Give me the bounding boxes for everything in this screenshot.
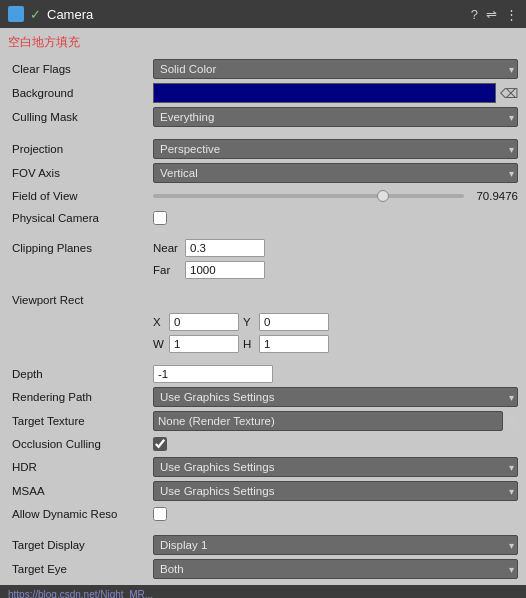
target-texture-icon[interactable]: ⊙: [507, 414, 518, 429]
msaa-label: MSAA: [8, 485, 153, 497]
physical-camera-checkbox[interactable]: [153, 211, 167, 225]
enable-checkbox[interactable]: ✓: [30, 7, 41, 22]
depth-row: Depth: [0, 363, 526, 385]
target-eye-value: Both: [153, 559, 518, 579]
spacer-5: [0, 525, 526, 533]
projection-select-wrapper: Perspective: [153, 139, 518, 159]
allow-dynamic-reso-checkbox[interactable]: [153, 507, 167, 521]
color-picker-icon[interactable]: ⌫: [500, 86, 518, 101]
projection-value: Perspective: [153, 139, 518, 159]
rendering-path-row: Rendering Path Use Graphics Settings: [0, 385, 526, 409]
fov-slider-value: 70.9476: [468, 190, 518, 202]
occlusion-culling-label: Occlusion Culling: [8, 438, 153, 450]
depth-input[interactable]: [153, 365, 273, 383]
culling-mask-value: Everything: [153, 107, 518, 127]
fov-row: Field of View 70.9476: [0, 185, 526, 207]
clipping-far-row: Far: [0, 259, 526, 281]
viewport-w-input[interactable]: [169, 335, 239, 353]
target-texture-field[interactable]: None (Render Texture): [153, 411, 503, 431]
hdr-value: Use Graphics Settings: [153, 457, 518, 477]
target-eye-row: Target Eye Both: [0, 557, 526, 581]
bottom-bar-url: https://blog.csdn.net/Night_MR...: [8, 589, 153, 599]
menu-icon[interactable]: ⋮: [505, 7, 518, 22]
projection-dropdown[interactable]: Perspective: [153, 139, 518, 159]
clipping-far-inner: Far: [153, 261, 265, 279]
x-label: X: [153, 316, 165, 328]
occlusion-culling-row: Occlusion Culling: [0, 433, 526, 455]
clipping-near-inner: Near: [153, 239, 265, 257]
viewport-xy-pair: X Y: [153, 313, 518, 331]
clipping-near-input[interactable]: [185, 239, 265, 257]
spacer-4: [0, 355, 526, 363]
msaa-dropdown[interactable]: Use Graphics Settings: [153, 481, 518, 501]
rendering-path-value: Use Graphics Settings: [153, 387, 518, 407]
occlusion-culling-value: [153, 437, 518, 451]
culling-mask-label: Culling Mask: [8, 111, 153, 123]
background-color-swatch[interactable]: [153, 83, 496, 103]
h-label: H: [243, 338, 255, 350]
viewport-xy-row: X Y: [0, 311, 526, 333]
culling-mask-dropdown[interactable]: Everything: [153, 107, 518, 127]
component-title: Camera: [47, 7, 465, 22]
target-display-value: Display 1: [153, 535, 518, 555]
clipping-near-row: Clipping Planes Near: [0, 237, 526, 259]
viewport-wh-row: W H: [0, 333, 526, 355]
hdr-label: HDR: [8, 461, 153, 473]
target-eye-select-wrapper: Both: [153, 559, 518, 579]
help-icon[interactable]: ?: [471, 7, 478, 22]
fov-label: Field of View: [8, 190, 153, 202]
camera-icon: [8, 6, 24, 22]
depth-value: [153, 365, 518, 383]
near-label: Near: [153, 242, 181, 254]
clear-flags-value: Solid Color: [153, 59, 518, 79]
occlusion-culling-checkbox[interactable]: [153, 437, 167, 451]
target-texture-value: None (Render Texture) ⊙: [153, 411, 518, 431]
hdr-row: HDR Use Graphics Settings: [0, 455, 526, 479]
rendering-path-select-wrapper: Use Graphics Settings: [153, 387, 518, 407]
target-eye-label: Target Eye: [8, 563, 153, 575]
allow-dynamic-reso-value: [153, 507, 518, 521]
target-display-row: Target Display Display 1: [0, 533, 526, 557]
culling-mask-row: Culling Mask Everything: [0, 105, 526, 129]
rendering-path-dropdown[interactable]: Use Graphics Settings: [153, 387, 518, 407]
viewport-h-input[interactable]: [259, 335, 329, 353]
w-label: W: [153, 338, 165, 350]
clear-flags-select-wrapper: Solid Color: [153, 59, 518, 79]
fov-value: 70.9476: [153, 190, 518, 202]
viewport-y-input[interactable]: [259, 313, 329, 331]
fov-slider-track[interactable]: [153, 194, 464, 198]
clear-flags-label: Clear Flags: [8, 63, 153, 75]
viewport-rect-header-row: Viewport Rect: [0, 289, 526, 311]
msaa-select-wrapper: Use Graphics Settings: [153, 481, 518, 501]
fov-axis-dropdown[interactable]: Vertical: [153, 163, 518, 183]
header-actions: ? ⇌ ⋮: [471, 7, 518, 22]
fov-axis-label: FOV Axis: [8, 167, 153, 179]
physical-camera-value: [153, 211, 518, 225]
target-display-select-wrapper: Display 1: [153, 535, 518, 555]
viewport-wh-pair: W H: [153, 335, 518, 353]
target-eye-dropdown[interactable]: Both: [153, 559, 518, 579]
viewport-x-input[interactable]: [169, 313, 239, 331]
clear-flags-row: Clear Flags Solid Color: [0, 57, 526, 81]
camera-panel: Clear Flags Solid Color Background ⌫ Cul…: [0, 53, 526, 585]
spacer-3: [0, 281, 526, 289]
clipping-planes-label: Clipping Planes: [8, 242, 153, 254]
depth-label: Depth: [8, 368, 153, 380]
culling-mask-select-wrapper: Everything: [153, 107, 518, 127]
fov-axis-row: FOV Axis Vertical: [0, 161, 526, 185]
background-row: Background ⌫: [0, 81, 526, 105]
viewport-rect-label: Viewport Rect: [8, 294, 153, 306]
projection-label: Projection: [8, 143, 153, 155]
background-label: Background: [8, 87, 153, 99]
settings-icon[interactable]: ⇌: [486, 7, 497, 22]
background-value[interactable]: ⌫: [153, 83, 518, 103]
allow-dynamic-reso-label: Allow Dynamic Reso: [8, 508, 153, 520]
target-texture-text: None (Render Texture): [158, 415, 275, 427]
spacer-1: [0, 129, 526, 137]
target-display-dropdown[interactable]: Display 1: [153, 535, 518, 555]
clipping-far-input[interactable]: [185, 261, 265, 279]
component-header: ✓ Camera ? ⇌ ⋮: [0, 0, 526, 28]
hdr-dropdown[interactable]: Use Graphics Settings: [153, 457, 518, 477]
fov-slider-thumb[interactable]: [377, 190, 389, 202]
clear-flags-dropdown[interactable]: Solid Color: [153, 59, 518, 79]
